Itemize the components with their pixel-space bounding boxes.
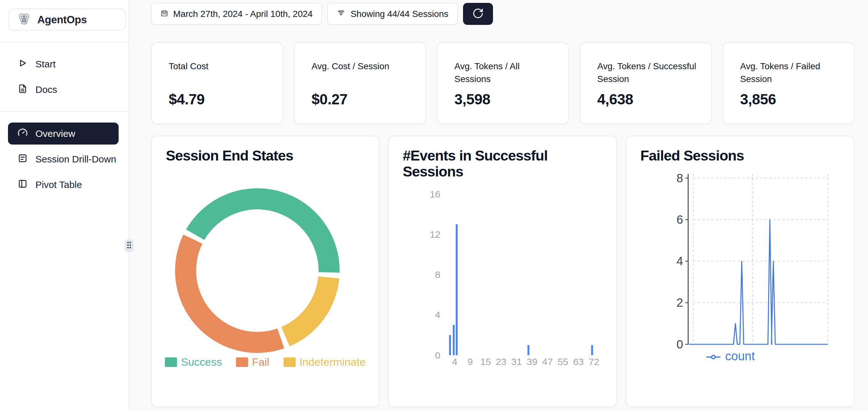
sidebar-item-label: Session Drill-Down <box>35 154 116 165</box>
line-series-marker-icon <box>706 349 721 363</box>
y-tick-label: 6 <box>676 213 683 226</box>
legend-swatch-icon <box>236 357 248 367</box>
donut-segment-indeterminate[interactable] <box>281 276 339 346</box>
bar-events-5[interactable] <box>456 224 458 355</box>
count-series-line[interactable] <box>689 219 828 344</box>
line-series-label: count <box>725 349 755 363</box>
date-range-label: March 27th, 2024 - April 10th, 2024 <box>173 9 312 19</box>
charts-row: Session End States SuccessFailIndetermin… <box>151 136 855 407</box>
failed-sessions-line-chart[interactable]: 02468 <box>626 136 855 407</box>
legend-swatch-icon <box>165 357 177 367</box>
x-tick-label: 47 <box>542 356 553 367</box>
sidebar-resize-handle[interactable] <box>125 239 134 252</box>
sidebar: AgentOps Start Docs <box>0 0 129 411</box>
brand-logo-card[interactable]: AgentOps <box>9 9 126 31</box>
stat-value: 3,856 <box>740 91 844 108</box>
agentops-dashboard: AgentOps Start Docs <box>0 0 868 411</box>
topbar: March 27th, 2024 - April 10th, 2024 Show… <box>151 3 493 25</box>
x-tick-label: 23 <box>496 356 506 367</box>
stat-label: Avg. Cost / Session <box>312 60 414 91</box>
sidebar-divider <box>0 111 128 112</box>
x-tick-label: 4 <box>452 356 458 367</box>
bar-events-38[interactable] <box>527 345 529 355</box>
y-tick-label: 8 <box>676 172 683 185</box>
stat-value: $0.27 <box>312 91 416 108</box>
rotate-cw-icon <box>472 8 484 20</box>
count-legend-item[interactable]: count <box>706 349 755 363</box>
sidebar-item-start[interactable]: Start <box>0 54 129 74</box>
x-tick-label: 55 <box>558 356 568 367</box>
sidebar-item-overview[interactable]: Overview <box>8 122 119 145</box>
stat-cards-row: Total Cost $4.79 Avg. Cost / Session $0.… <box>151 42 855 124</box>
gauge-icon <box>18 127 28 140</box>
y-tick-label: 4 <box>435 310 440 320</box>
play-icon <box>18 58 28 70</box>
stat-value: 3,598 <box>455 91 559 108</box>
legend-label: Success <box>181 356 222 368</box>
legend-label: Fail <box>252 356 270 368</box>
legend-item-fail[interactable]: Fail <box>236 356 270 368</box>
file-text-icon <box>18 84 28 96</box>
session-end-states-card: Session End States SuccessFailIndetermin… <box>151 136 379 407</box>
sidebar-item-pivot-table[interactable]: Pivot Table <box>0 175 129 195</box>
sidebar-divider <box>0 42 128 42</box>
bar-events-4[interactable] <box>453 325 455 355</box>
stat-card-avg-tokens-all: Avg. Tokens / All Sessions 3,598 <box>437 42 569 124</box>
sidebar-item-label: Start <box>35 59 56 69</box>
refresh-button[interactable] <box>463 3 493 25</box>
stat-value: 4,638 <box>597 91 702 108</box>
x-tick-label: 15 <box>480 356 491 367</box>
session-filter-label: Showing 44/44 Sessions <box>350 9 448 19</box>
x-tick-label: 72 <box>589 356 599 367</box>
paperclip-logo-icon <box>16 11 32 28</box>
y-tick-label: 16 <box>430 189 440 200</box>
sidebar-item-label: Overview <box>35 128 75 139</box>
x-tick-label: 63 <box>573 356 584 367</box>
stat-label: Avg. Tokens / All Sessions <box>455 60 557 91</box>
sidebar-item-docs[interactable]: Docs <box>0 80 129 99</box>
legend-label: Indeterminate <box>300 356 366 368</box>
session-filter-button[interactable]: Showing 44/44 Sessions <box>327 3 458 25</box>
y-tick-label: 0 <box>676 338 683 351</box>
filter-lines-icon <box>337 9 345 20</box>
legend-swatch-icon <box>283 357 296 367</box>
y-tick-label: 8 <box>435 269 440 280</box>
events-histogram-card: #Events in Successful Sessions 161284049… <box>388 136 617 407</box>
calendar-icon <box>161 9 168 19</box>
bar-events-2[interactable] <box>449 335 451 355</box>
donut-legend: SuccessFailIndeterminate <box>152 356 379 368</box>
sidebar-item-label: Docs <box>35 84 57 95</box>
y-tick-label: 4 <box>676 255 683 268</box>
list-box-icon <box>18 153 28 166</box>
bar-events-72[interactable] <box>591 345 593 355</box>
legend-item-success[interactable]: Success <box>165 356 222 368</box>
y-tick-label: 2 <box>676 296 683 309</box>
x-tick-label: 39 <box>527 356 537 367</box>
stat-value: $4.79 <box>169 91 273 108</box>
x-tick-label: 9 <box>467 356 473 367</box>
legend-item-indeterminate[interactable]: Indeterminate <box>283 356 366 368</box>
y-tick-label: 12 <box>430 229 440 240</box>
x-tick-label: 31 <box>511 356 522 367</box>
stat-card-total-cost: Total Cost $4.79 <box>151 42 283 124</box>
stat-label: Total Cost <box>169 60 271 91</box>
events-bar-chart[interactable]: 1612840491523313947556372 <box>389 136 617 407</box>
sidebar-item-label: Pivot Table <box>35 179 82 190</box>
grip-dots-icon <box>127 241 132 251</box>
stat-card-avg-tokens-successful: Avg. Tokens / Successful Session 4,638 <box>580 42 712 124</box>
stat-card-avg-cost-session: Avg. Cost / Session $0.27 <box>294 42 426 124</box>
donut-segment-fail[interactable] <box>175 235 284 353</box>
stat-card-avg-tokens-failed: Avg. Tokens / Failed Session 3,856 <box>722 42 855 124</box>
brand-name: AgentOps <box>37 14 87 26</box>
donut-segment-success[interactable] <box>186 188 340 273</box>
failed-sessions-card: Failed Sessions 02468 count <box>626 136 855 407</box>
stat-label: Avg. Tokens / Failed Session <box>740 60 843 91</box>
stat-label: Avg. Tokens / Successful Session <box>597 60 700 91</box>
panel-left-icon <box>18 179 28 191</box>
y-tick-label: 0 <box>435 350 440 360</box>
sidebar-item-session-drill-down[interactable]: Session Drill-Down <box>0 149 129 169</box>
date-range-button[interactable]: March 27th, 2024 - April 10th, 2024 <box>151 3 322 25</box>
